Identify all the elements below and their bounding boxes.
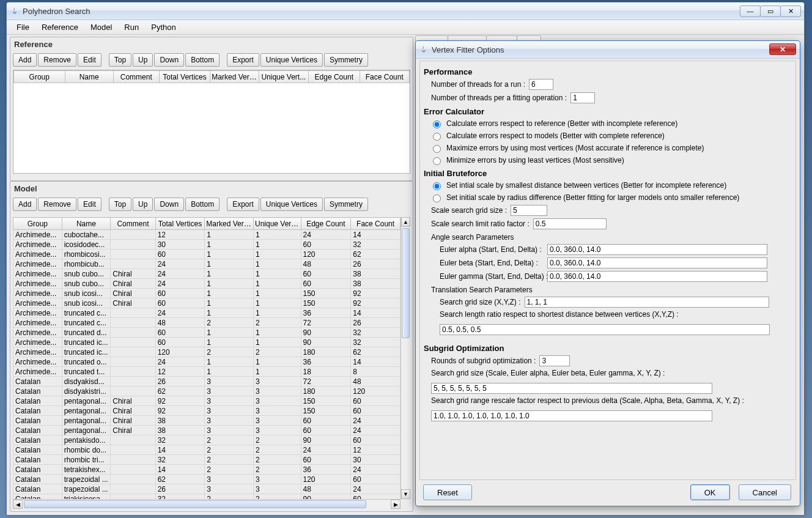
table-row[interactable]: Archimede...snub cubo...Chiral24116038 <box>13 269 400 279</box>
table-row[interactable]: Catalanpentagonal...Chiral923315060 <box>13 396 400 406</box>
menu-file[interactable]: File <box>10 21 35 34</box>
table-row[interactable]: Archimede...truncated ic...60119032 <box>13 338 400 347</box>
column-header[interactable]: Edge Count <box>301 218 351 230</box>
table-row[interactable]: Catalantrapezoidal ...623312060 <box>13 475 400 484</box>
remove-button[interactable]: Remove <box>38 53 76 67</box>
table-row[interactable]: Archimede...snub cubo...Chiral24116038 <box>13 279 400 289</box>
table-row[interactable]: Catalantrapezoidal ...26334824 <box>13 484 400 494</box>
main-titlebar[interactable]: Polyhedron Search — ▭ ✕ <box>7 2 804 20</box>
table-row[interactable]: Archimede...snub icosi...Chiral601115092 <box>13 289 400 298</box>
search-grid-xyz-input[interactable] <box>525 297 769 308</box>
error-opt1-radio[interactable] <box>433 120 441 128</box>
euler-beta-input[interactable] <box>547 257 767 268</box>
column-header[interactable]: Comment <box>111 218 155 230</box>
table-row[interactable]: Archimede...cuboctahe...12112414 <box>13 230 400 240</box>
column-header[interactable]: Face Count <box>360 71 409 83</box>
threads-fit-input[interactable] <box>570 92 595 103</box>
rounds-input[interactable] <box>539 355 570 366</box>
scale-grid-input[interactable] <box>511 205 547 216</box>
remove-button[interactable]: Remove <box>38 198 76 211</box>
column-header[interactable]: Name <box>65 71 113 83</box>
table-row[interactable]: Archimede...truncated o...24113614 <box>13 357 400 367</box>
threads-run-input[interactable] <box>529 79 553 90</box>
column-header[interactable]: Total Vertices <box>159 71 210 83</box>
hscroll-thumb[interactable] <box>24 500 366 508</box>
menu-reference[interactable]: Reference <box>35 21 84 34</box>
table-row[interactable]: Catalandisdyakisd...26337248 <box>13 377 400 387</box>
scroll-up-button[interactable]: ▲ <box>401 217 410 227</box>
top-button[interactable]: Top <box>109 53 131 67</box>
menu-python[interactable]: Python <box>145 21 182 34</box>
add-button[interactable]: Add <box>13 198 37 211</box>
export-button[interactable]: Export <box>227 53 259 67</box>
model-vscroll[interactable]: ▲ ▼ <box>400 217 410 499</box>
menu-run[interactable]: Run <box>118 21 145 34</box>
column-header[interactable]: Comment <box>113 71 159 83</box>
table-row[interactable]: Archimede...rhombicosi...601112062 <box>13 250 400 259</box>
error-opt2-radio[interactable] <box>433 133 441 141</box>
bottom-button[interactable]: Bottom <box>185 198 220 211</box>
close-button[interactable]: ✕ <box>780 6 801 17</box>
table-row[interactable]: Catalanrhombic do...14222412 <box>13 445 400 455</box>
table-row[interactable]: Archimede...truncated c...48227226 <box>13 318 400 328</box>
table-row[interactable]: Archimede...truncated t...1211188 <box>13 367 400 377</box>
euler-gamma-input[interactable] <box>547 271 767 282</box>
scroll-down-button[interactable]: ▼ <box>401 489 410 499</box>
export-button[interactable]: Export <box>227 198 259 211</box>
model-table-inner[interactable]: GroupNameCommentTotal VerticesMarked Ver… <box>13 217 400 499</box>
table-row[interactable]: Catalantriakisicosa...32229060 <box>13 494 400 500</box>
minimize-button[interactable]: — <box>740 6 761 17</box>
model-hscroll[interactable]: ◀ ▶ <box>13 499 400 509</box>
cancel-button[interactable]: Cancel <box>739 484 791 500</box>
table-row[interactable]: Archimede...snub icosi...Chiral601115092 <box>13 298 400 308</box>
column-header[interactable]: Group <box>14 71 65 83</box>
table-row[interactable]: Catalanpentakisdo...32229060 <box>13 435 400 445</box>
table-row[interactable]: Catalantetrakishex...14223624 <box>13 465 400 475</box>
table-row[interactable]: Archimede...truncated c...24113614 <box>13 308 400 318</box>
bottom-button[interactable]: Bottom <box>185 53 220 67</box>
table-row[interactable]: Catalandisdyakistri...6233180120 <box>13 387 400 396</box>
scale-opt2-radio[interactable] <box>433 194 441 202</box>
menu-model[interactable]: Model <box>84 21 118 34</box>
column-header[interactable]: Total Vertices <box>155 218 205 230</box>
down-button[interactable]: Down <box>154 53 184 67</box>
column-header[interactable]: Marked Vert... <box>210 71 259 83</box>
table-row[interactable]: Archimede...icosidodec...30116032 <box>13 240 400 250</box>
unique-vertices-button[interactable]: Unique Vertices <box>260 53 323 67</box>
dialog-close-button[interactable]: ✕ <box>769 43 796 55</box>
add-button[interactable]: Add <box>13 53 37 67</box>
reset-button[interactable]: Reset <box>423 484 472 500</box>
error-opt4-radio[interactable] <box>433 157 441 165</box>
dialog-titlebar[interactable]: Vertex Fitter Options ✕ <box>416 41 800 59</box>
maximize-button[interactable]: ▭ <box>760 6 781 17</box>
limit-ratio-input[interactable] <box>533 218 607 229</box>
column-header[interactable]: Face Count <box>351 218 400 230</box>
up-button[interactable]: Up <box>133 198 153 211</box>
table-row[interactable]: Archimede...truncated d...60119032 <box>13 328 400 338</box>
table-row[interactable]: Catalanpentagonal...Chiral38336024 <box>13 416 400 426</box>
scroll-left-button[interactable]: ◀ <box>13 500 23 509</box>
table-row[interactable]: Catalanpentagonal...Chiral923315060 <box>13 406 400 416</box>
down-button[interactable]: Down <box>154 198 184 211</box>
column-header[interactable]: Group <box>13 218 62 230</box>
edit-button[interactable]: Edit <box>78 53 102 67</box>
euler-alpha-input[interactable] <box>547 244 767 255</box>
symmetry-button[interactable]: Symmetry <box>324 198 368 211</box>
error-opt3-radio[interactable] <box>433 145 441 153</box>
column-header[interactable]: Marked Vert... <box>205 218 254 230</box>
up-button[interactable]: Up <box>133 53 153 67</box>
vscroll-thumb[interactable] <box>402 228 410 338</box>
ok-button[interactable]: OK <box>690 484 730 500</box>
table-row[interactable]: Archimede...rhombicub...24114826 <box>13 259 400 269</box>
scroll-right-button[interactable]: ▶ <box>391 500 400 509</box>
table-row[interactable]: Catalanpentagonal...Chiral38336024 <box>13 426 400 435</box>
column-header[interactable]: Unique Vert... <box>259 71 308 83</box>
unique-vertices-button[interactable]: Unique Vertices <box>260 198 323 211</box>
column-header[interactable]: Name <box>62 218 111 230</box>
rescale-input[interactable] <box>431 410 712 421</box>
edit-button[interactable]: Edit <box>78 198 102 211</box>
subgrid-size-input[interactable] <box>431 383 712 394</box>
table-row[interactable]: Catalanrhombic tri...32226030 <box>13 455 400 465</box>
column-header[interactable]: Unique Vert... <box>253 218 301 230</box>
search-len-input[interactable] <box>440 324 770 335</box>
